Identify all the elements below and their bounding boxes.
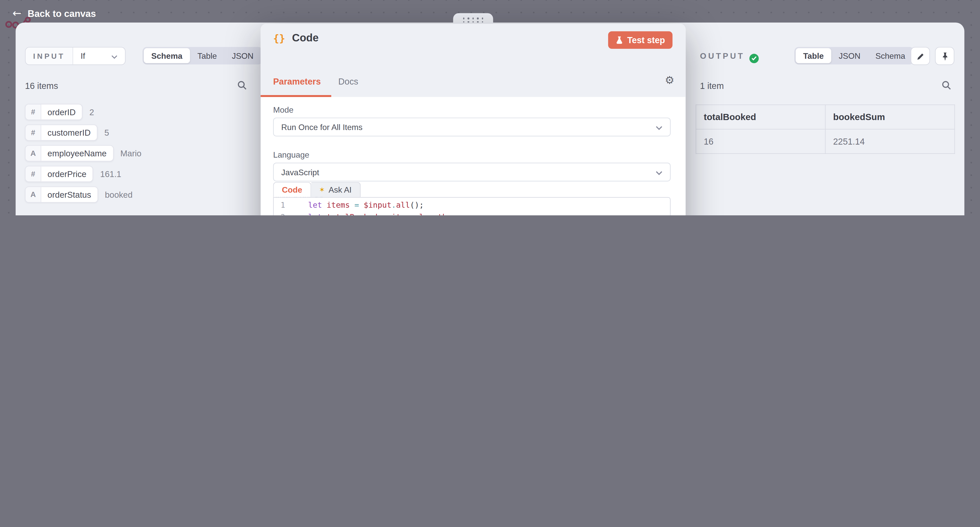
test-step-button[interactable]: Test step	[608, 31, 673, 49]
code-line-2[interactable]: 2let totalBooked = items.length;	[274, 211, 670, 216]
code-line-1[interactable]: 1let items = $input.all();	[274, 200, 670, 211]
tab-parameters[interactable]: Parameters	[273, 77, 321, 93]
input-view-table[interactable]: Table	[190, 48, 224, 63]
schema-item-customerID[interactable]: #customerID5	[25, 125, 142, 141]
input-section-label-box: INPUT	[25, 48, 73, 64]
output-col-bookedSum: bookedSum	[825, 105, 955, 129]
gear-icon[interactable]: ⚙	[665, 75, 674, 86]
input-view-switcher: SchemaTableJSON	[142, 47, 262, 65]
success-check-icon	[749, 53, 759, 63]
output-label: OUTPUT	[700, 51, 745, 61]
number-type-icon: #	[25, 125, 41, 140]
tab-ask-ai[interactable]: ✶ Ask AI	[311, 182, 360, 197]
node-title[interactable]: Code	[292, 32, 318, 45]
back-to-canvas-label: Back to canvas	[27, 8, 96, 19]
pin-data-button[interactable]	[935, 47, 955, 65]
node-title-group: {} Code	[273, 32, 318, 45]
code-editor[interactable]: 1let items = $input.all();2let totalBook…	[273, 197, 671, 216]
output-view-schema[interactable]: Schema	[868, 48, 913, 63]
drag-dots	[463, 18, 484, 19]
modal-header: {} Code Test step Parameters Docs ⚙	[261, 24, 686, 97]
mode-select-value: Run Once for All Items	[281, 122, 363, 132]
output-search-icon[interactable]	[942, 81, 951, 93]
table-row[interactable]: 162251.14	[696, 129, 955, 154]
input-header-control: INPUT If	[25, 47, 126, 65]
output-col-totalBooked: totalBooked	[696, 105, 825, 129]
output-header: OUTPUT	[700, 50, 759, 63]
mode-select[interactable]: Run Once for All Items	[273, 118, 671, 136]
schema-item-orderStatus[interactable]: AorderStatusbooked	[25, 187, 142, 203]
modal-tabs: Parameters Docs	[273, 77, 358, 93]
output-view-table[interactable]: Table	[796, 48, 832, 63]
arrow-left-icon: ←	[13, 8, 21, 19]
language-select[interactable]: JavaScript	[273, 163, 671, 181]
language-select-value: JavaScript	[281, 167, 319, 177]
string-type-icon: A	[25, 146, 41, 161]
output-items-count: 1 item	[700, 81, 724, 91]
input-view-schema[interactable]: Schema	[144, 48, 190, 63]
sparkle-icon: ✶	[319, 186, 325, 194]
number-type-icon: #	[25, 104, 41, 120]
input-view-json[interactable]: JSON	[224, 48, 261, 63]
editor-tabs: Code ✶ Ask AI	[273, 182, 360, 197]
flask-icon	[615, 36, 623, 44]
output-view-json[interactable]: JSON	[831, 48, 868, 63]
string-type-icon: A	[25, 187, 41, 202]
output-table: totalBookedbookedSum162251.14	[696, 104, 955, 154]
pin-icon	[941, 52, 949, 60]
app-viewport: KM ← Back to canvas INPUT If SchemaTable…	[0, 0, 980, 216]
input-schema-list: #orderID2#customerID5AemployeeNameMario#…	[25, 104, 142, 203]
chevron-down-icon	[655, 122, 662, 132]
test-step-label: Test step	[627, 35, 665, 45]
number-type-icon: #	[25, 166, 41, 181]
code-node-icon: {}	[273, 32, 285, 44]
back-to-canvas-button[interactable]: ← Back to canvas	[13, 8, 96, 19]
code-node-modal: {} Code Test step Parameters Docs ⚙ Mode…	[261, 24, 686, 216]
input-node-selector[interactable]: If	[73, 48, 125, 64]
input-node-selector-value: If	[81, 51, 85, 61]
drag-dots	[463, 21, 484, 22]
input-items-count: 16 items	[25, 81, 58, 91]
chevron-down-icon	[111, 51, 118, 61]
input-label: INPUT	[33, 52, 65, 60]
schema-item-employeeName[interactable]: AemployeeNameMario	[25, 145, 142, 161]
input-search-icon[interactable]	[238, 81, 247, 93]
active-tab-underline	[261, 95, 331, 97]
chevron-down-icon	[655, 167, 662, 177]
pencil-icon	[916, 52, 924, 60]
mode-label: Mode	[273, 105, 293, 115]
edit-output-button[interactable]	[911, 47, 930, 65]
tab-docs[interactable]: Docs	[339, 77, 358, 93]
language-label: Language	[273, 150, 309, 160]
schema-item-orderPrice[interactable]: #orderPrice161.1	[25, 166, 142, 182]
schema-item-orderID[interactable]: #orderID2	[25, 104, 142, 120]
tab-code[interactable]: Code	[273, 182, 311, 197]
output-view-switcher: TableJSONSchema	[794, 47, 914, 65]
